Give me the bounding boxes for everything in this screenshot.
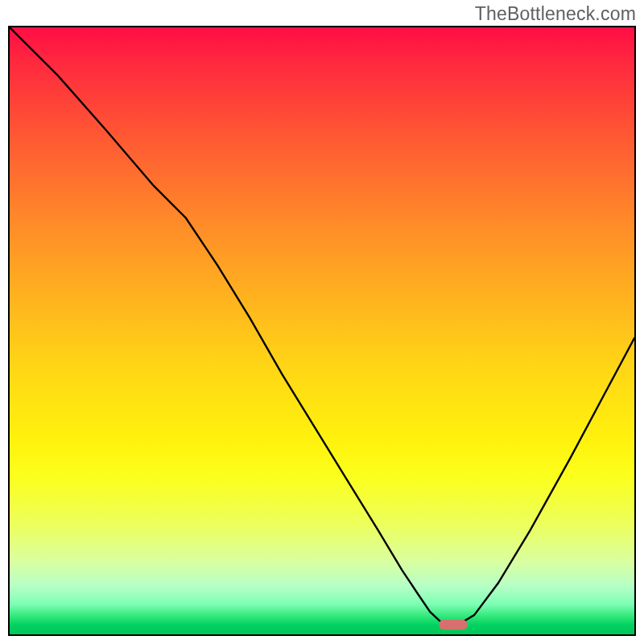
chart-container: TheBottleneck.com <box>0 0 644 644</box>
watermark-text: TheBottleneck.com <box>475 3 636 25</box>
plot-area <box>8 26 636 636</box>
bottleneck-curve-path <box>10 27 634 625</box>
optimal-marker <box>439 620 468 630</box>
curve-svg <box>10 27 634 634</box>
